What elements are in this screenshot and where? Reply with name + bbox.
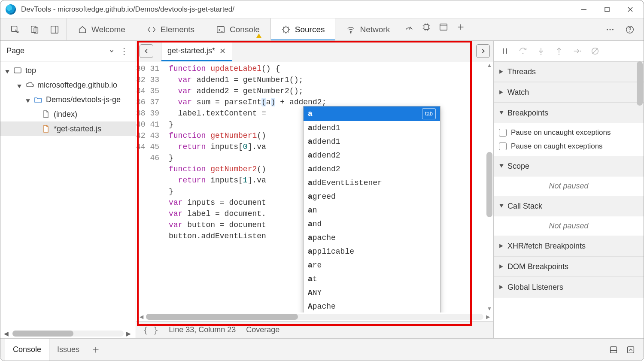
autocomplete-item[interactable]: addend2	[304, 162, 440, 176]
tab-elements[interactable]: Elements	[136, 18, 205, 40]
autocomplete-item[interactable]: addend1	[304, 121, 440, 135]
step-out-button[interactable]	[550, 42, 568, 60]
vertical-scrollbar[interactable]: ▲ ▼	[486, 61, 493, 312]
scroll-down-icon[interactable]: ▼	[486, 306, 493, 312]
navigator-tab-label: Page	[6, 46, 109, 55]
autocomplete-item[interactable]: at	[304, 272, 440, 286]
toggle-debugger-button[interactable]	[476, 44, 490, 58]
tree-row-index[interactable]: (index)	[0, 107, 136, 121]
tab-memory-icon[interactable]	[418, 18, 435, 36]
scroll-left-icon[interactable]: ◀	[140, 314, 143, 320]
dock-side-icon[interactable]	[46, 21, 63, 38]
drawer-dock-icon[interactable]	[605, 341, 622, 358]
code-editor[interactable]: 30 31 32 33 34 35 36 37 38 39 40 41 42 4…	[136, 61, 493, 312]
autocomplete-item[interactable]: ANY	[304, 286, 440, 300]
pause-caught-checkbox[interactable]: Pause on caught exceptions	[499, 140, 638, 153]
svg-rect-14	[440, 24, 447, 30]
svg-marker-23	[5, 70, 9, 73]
autocomplete-item[interactable]: agreed	[304, 190, 440, 203]
navigator-more-icon[interactable]: ⋮	[116, 46, 132, 56]
scroll-track[interactable]	[146, 314, 483, 320]
autocomplete-item[interactable]: addend1	[304, 135, 440, 149]
device-emulation-icon[interactable]	[26, 21, 43, 38]
section-breakpoints[interactable]: Breakpoints	[494, 103, 644, 123]
section-label: DOM Breakpoints	[507, 262, 568, 271]
caret-icon	[499, 162, 504, 171]
disclosure-triangle-icon[interactable]	[5, 68, 10, 73]
scroll-left-icon[interactable]: ◀	[4, 330, 10, 337]
tree-row-folder[interactable]: Demos/devtools-js-ge	[0, 92, 136, 107]
svg-point-29	[522, 53, 524, 54]
tab-console[interactable]: Console	[205, 18, 270, 40]
drawer-collapse-icon[interactable]	[622, 341, 639, 358]
horizontal-scrollbar[interactable]: ◀ ▶	[136, 312, 493, 321]
pretty-print-icon[interactable]: { }	[143, 325, 158, 335]
autocomplete-item[interactable]: applicable	[304, 245, 440, 258]
autocomplete-item[interactable]: Apache	[304, 300, 440, 312]
window-minimize-button[interactable]	[580, 6, 588, 13]
section-callstack[interactable]: Call Stack	[494, 196, 644, 216]
help-icon[interactable]	[621, 21, 638, 38]
tree-row-top[interactable]: top	[0, 63, 136, 78]
tab-network[interactable]: Network	[335, 18, 401, 40]
section-xhr[interactable]: XHR/fetch Breakpoints	[494, 236, 644, 256]
tab-application-icon[interactable]	[435, 18, 452, 36]
drawer-tab-issues[interactable]: Issues	[49, 339, 87, 361]
step-over-button[interactable]	[514, 42, 532, 60]
disclosure-triangle-icon[interactable]	[25, 97, 30, 102]
toggle-navigator-button[interactable]	[140, 44, 153, 58]
autocomplete-item[interactable]: addend2	[304, 149, 440, 162]
tab-elements-label: Elements	[161, 25, 194, 34]
editor-file-tab[interactable]: get-started.js* ✕	[161, 41, 232, 61]
inspect-element-icon[interactable]	[6, 21, 24, 38]
scroll-thumb[interactable]	[146, 314, 298, 320]
scroll-up-icon[interactable]: ▲	[486, 62, 493, 68]
drawer-tab-console[interactable]: Console	[5, 339, 49, 361]
scroll-right-icon[interactable]: ▶	[126, 330, 132, 337]
svg-point-11	[351, 32, 352, 33]
tree-label: top	[25, 66, 36, 75]
checkbox-icon[interactable]	[499, 129, 507, 137]
close-tab-icon[interactable]: ✕	[219, 46, 226, 56]
tab-sources[interactable]: Sources	[270, 18, 336, 40]
window-maximize-button[interactable]	[603, 6, 611, 13]
step-into-button[interactable]	[532, 42, 550, 60]
tab-welcome[interactable]: Welcome	[67, 18, 136, 40]
autocomplete-item[interactable]: addEventListener	[304, 176, 440, 190]
checkbox-icon[interactable]	[499, 143, 507, 150]
horizontal-scrollbar[interactable]: ◀ ▶	[0, 329, 136, 338]
autocomplete-item[interactable]: atab	[304, 106, 440, 121]
section-threads[interactable]: Threads	[494, 61, 644, 82]
more-tools-icon[interactable]	[601, 21, 619, 38]
section-label: Call Stack	[507, 202, 542, 211]
code-content[interactable]: function updateLabel() { var addend1 = g…	[165, 61, 486, 312]
window-title: DevTools - microsoftedge.github.io/Demos…	[21, 5, 580, 14]
autocomplete-item[interactable]: and	[304, 217, 440, 231]
scroll-thumb[interactable]	[637, 61, 643, 106]
pause-resume-button[interactable]	[496, 42, 513, 60]
tab-add-icon[interactable]	[452, 18, 469, 36]
tree-row-file[interactable]: *get-started.js	[0, 121, 136, 136]
autocomplete-item[interactable]: apache	[304, 231, 440, 245]
drawer-add-tab-icon[interactable]	[87, 341, 104, 358]
scroll-right-icon[interactable]: ▶	[486, 314, 490, 320]
tab-performance-icon[interactable]	[401, 18, 418, 36]
deactivate-breakpoints-button[interactable]	[586, 42, 604, 60]
navigator-tab-selector[interactable]: Page ⋮	[0, 41, 136, 61]
pause-uncaught-checkbox[interactable]: Pause on uncaught exceptions	[499, 126, 638, 140]
autocomplete-item[interactable]: an	[304, 203, 440, 217]
section-dom[interactable]: DOM Breakpoints	[494, 256, 644, 277]
window-close-button[interactable]	[626, 6, 634, 13]
scroll-track[interactable]	[12, 331, 124, 337]
tree-row-domain[interactable]: microsoftedge.github.io	[0, 78, 136, 92]
section-global[interactable]: Global Listeners	[494, 277, 644, 297]
scroll-thumb[interactable]	[486, 152, 492, 217]
vertical-scrollbar[interactable]	[636, 61, 644, 338]
step-button[interactable]	[568, 42, 586, 60]
disclosure-triangle-icon[interactable]	[17, 82, 22, 88]
autocomplete-popup[interactable]: atabaddend1addend1addend2addend2addEvent…	[303, 106, 440, 312]
section-scope[interactable]: Scope	[494, 156, 644, 176]
scroll-thumb[interactable]	[12, 331, 73, 337]
autocomplete-item[interactable]: are	[304, 258, 440, 272]
section-watch[interactable]: Watch	[494, 82, 644, 103]
